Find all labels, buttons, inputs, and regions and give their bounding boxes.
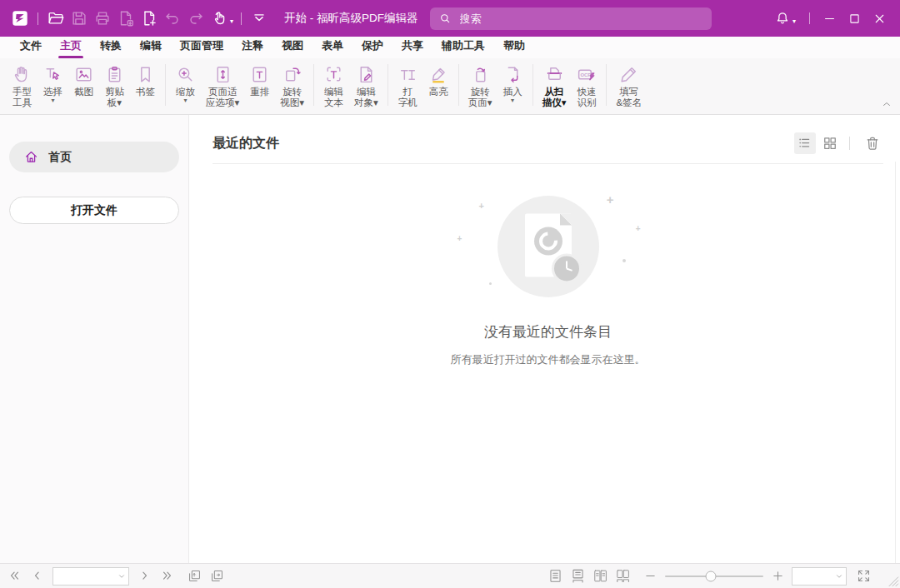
snapshot-button[interactable]: 截图: [68, 62, 99, 99]
next-view-button[interactable]: [209, 568, 225, 584]
undo-icon[interactable]: [163, 9, 182, 27]
ocr-button[interactable]: OCR快速识别: [571, 62, 602, 110]
highlight-button[interactable]: 高亮: [423, 62, 454, 99]
menu-tab-1[interactable]: 主页: [51, 38, 91, 58]
ribbon-group: 填写&签名: [611, 62, 647, 110]
notifications-button[interactable]: ▾: [772, 10, 798, 27]
save-icon[interactable]: [70, 9, 88, 27]
ribbon-item-label: 填写: [619, 87, 638, 97]
single-page-view-button[interactable]: [548, 568, 563, 584]
divider: [606, 64, 607, 106]
last-page-button[interactable]: [159, 568, 175, 584]
rotate-view-button[interactable]: 旋转视图▾: [275, 62, 309, 110]
menu-tab-6[interactable]: 视图: [272, 38, 312, 58]
reflow-button[interactable]: 重排: [244, 62, 275, 99]
clipboard-button[interactable]: 剪贴板▾: [99, 62, 130, 110]
zoom-slider-knob[interactable]: [706, 571, 717, 581]
menu-tab-7[interactable]: 表单: [312, 38, 352, 58]
first-page-button[interactable]: [7, 568, 22, 584]
clear-recent-button[interactable]: [862, 132, 883, 154]
search-input[interactable]: [458, 12, 703, 26]
rotate-pages-button[interactable]: 旋转页面▾: [463, 62, 498, 110]
select-tool-button[interactable]: 选择▾: [38, 62, 68, 106]
menu-tab-9[interactable]: 共享: [392, 38, 432, 58]
insert-pages-button[interactable]: 插入▾: [498, 62, 528, 106]
save-as-icon[interactable]: [117, 9, 135, 27]
view-options: [791, 132, 883, 154]
open-file-icon[interactable]: [47, 9, 65, 27]
continuous-view-button[interactable]: [570, 568, 586, 584]
menu-tab-4[interactable]: 页面管理: [171, 38, 232, 58]
menu-tab-2[interactable]: 转换: [91, 38, 131, 58]
fill-sign-button[interactable]: 填写&签名: [611, 62, 647, 110]
maximize-button[interactable]: [842, 7, 867, 29]
page-number-combobox[interactable]: [52, 567, 129, 586]
menu-tab-0[interactable]: 文件: [11, 38, 51, 58]
grid-view-button[interactable]: [819, 132, 841, 154]
print-icon[interactable]: [93, 9, 112, 27]
sparkle-icon: +: [607, 192, 614, 207]
ribbon-item-label: 重排: [250, 87, 269, 97]
divider: [458, 64, 459, 106]
resize-grip[interactable]: [886, 574, 899, 587]
list-view-icon: [797, 135, 813, 152]
previous-view-button[interactable]: [187, 568, 202, 584]
edit-object-icon: [356, 64, 377, 85]
menu-tab-10[interactable]: 辅助工具: [432, 38, 494, 58]
bookmark-button[interactable]: 书签: [130, 62, 161, 99]
zoom-out-button[interactable]: [644, 570, 657, 582]
foxit-swirl-icon: [534, 227, 562, 256]
ribbon-item-label: 快速: [577, 87, 596, 97]
ribbon-group: 缩放▾页面适应选项▾重排旋转视图▾: [170, 62, 309, 110]
menu-tab-3[interactable]: 编辑: [131, 38, 171, 58]
sidebar-item-home[interactable]: 首页: [9, 142, 179, 172]
list-view-button[interactable]: [794, 132, 816, 154]
clock-icon: [552, 253, 582, 283]
scanner-button[interactable]: 从扫描仪▾: [538, 62, 572, 110]
search-icon: [438, 12, 452, 25]
zoom-slider[interactable]: [665, 576, 763, 577]
hand-tool-icon: [12, 64, 32, 85]
edit-text-button[interactable]: 编辑文本: [318, 62, 349, 110]
ribbon-collapse-button[interactable]: [881, 98, 892, 110]
typewriter-button[interactable]: 打字机: [392, 62, 423, 110]
svg-text:OCR: OCR: [581, 72, 592, 77]
next-page-button[interactable]: [137, 568, 152, 584]
chevron-down-icon[interactable]: [118, 572, 126, 581]
close-button[interactable]: [867, 7, 892, 29]
zoom-level-input[interactable]: [792, 571, 835, 581]
create-pdf-icon[interactable]: [140, 9, 158, 27]
sparkle-dot: [489, 282, 492, 285]
zoom-level-combobox[interactable]: [792, 567, 847, 586]
ribbon-item-label: 编辑: [357, 87, 376, 97]
menu-tab-11[interactable]: 帮助: [494, 38, 534, 58]
facing-view-button[interactable]: [592, 568, 608, 584]
page-number-input[interactable]: [53, 571, 118, 581]
ribbon-item-label: ▾: [511, 97, 514, 104]
redo-icon[interactable]: [187, 9, 205, 27]
minimize-button[interactable]: [817, 7, 842, 29]
hand-tool-button[interactable]: 手型工具: [7, 62, 38, 110]
facing-continuous-view-button[interactable]: [615, 568, 631, 584]
chevron-down-icon[interactable]: [835, 572, 843, 581]
menu-tab-8[interactable]: 保护: [352, 38, 392, 58]
rotate-pages-icon: [470, 64, 491, 85]
touch-mode-icon[interactable]: [210, 9, 228, 27]
ribbon-item-label: 工具: [12, 97, 32, 108]
open-file-button[interactable]: 打开文件: [9, 197, 179, 224]
global-search-box[interactable]: [430, 7, 712, 30]
chevron-down-icon[interactable]: ▾: [230, 17, 233, 25]
trash-icon: [864, 135, 881, 152]
previous-page-button[interactable]: [29, 568, 45, 584]
customize-toolbar-icon[interactable]: [250, 9, 268, 27]
fit-page-button[interactable]: 页面适应选项▾: [201, 62, 244, 110]
divider: [532, 64, 533, 106]
zoom-in-button[interactable]: [772, 570, 784, 582]
fullscreen-button[interactable]: [856, 568, 872, 584]
menu-tab-5[interactable]: 注释: [232, 38, 272, 58]
foxit-logo-icon[interactable]: [11, 9, 29, 27]
edit-object-button[interactable]: 编辑对象▾: [349, 62, 383, 110]
titlebar: ▾ 开始 - 福昕高级PDF编辑器 ▾: [0, 0, 900, 37]
zoom-button[interactable]: 缩放▾: [170, 62, 201, 106]
fill-sign-icon: [618, 64, 639, 85]
